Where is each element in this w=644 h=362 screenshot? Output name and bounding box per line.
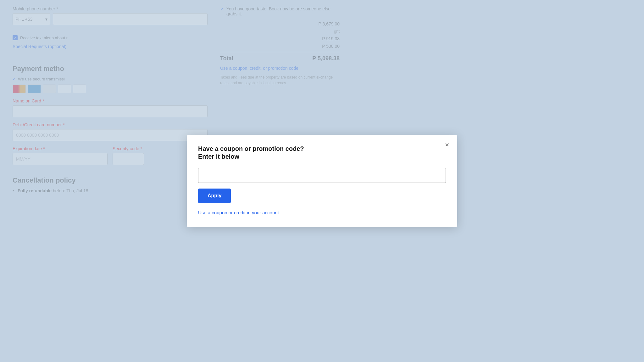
- modal-title-line1: Have a coupon or promotion code?: [198, 145, 446, 152]
- coupon-code-input[interactable]: [198, 168, 446, 183]
- use-account-coupon-link[interactable]: Use a coupon or credit in your account: [198, 210, 279, 215]
- coupon-modal: × Have a coupon or promotion code? Enter…: [187, 135, 457, 227]
- apply-button[interactable]: Apply: [198, 189, 231, 203]
- modal-overlay: × Have a coupon or promotion code? Enter…: [0, 0, 644, 362]
- modal-title-line2: Enter it below: [198, 153, 446, 160]
- modal-close-button[interactable]: ×: [443, 140, 451, 150]
